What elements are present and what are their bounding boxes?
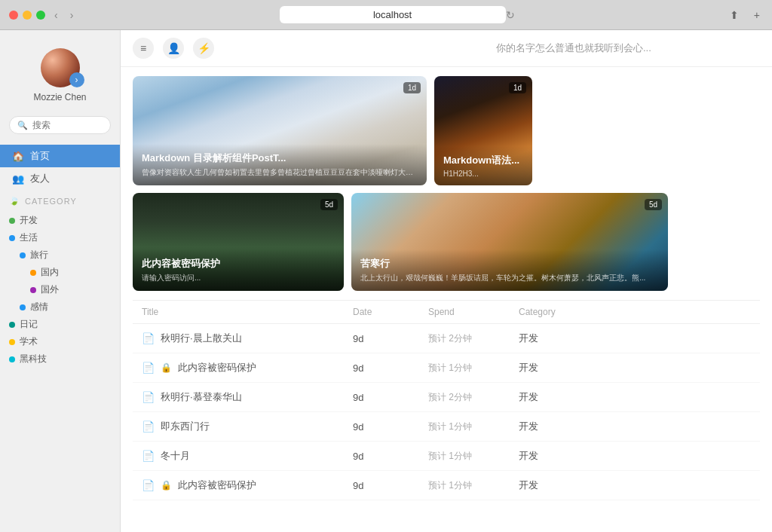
dot-icon (30, 287, 36, 293)
leaf-icon: 🍃 (9, 196, 20, 206)
card-desc: H1H2H3... (443, 170, 523, 178)
cat-item-academic[interactable]: 学术 (9, 333, 111, 350)
browser-chrome: ‹ › ↻ ⬆ + (0, 0, 772, 30)
cat-item-tech[interactable]: 黑科技 (9, 350, 111, 368)
card-overlay: 苦寒行 北上太行山，艰哉何巍巍！羊肠坂诘屈，车轮为之摧。树木何萧瑟，北风声正悲。… (351, 249, 668, 291)
cat-item-foreign[interactable]: 国外 (9, 281, 111, 298)
forward-button[interactable]: › (67, 8, 77, 23)
main-content: ≡ 👤 ⚡ 你的名字怎么普通也就我听到会心... 1d Markdown 目录解… (121, 30, 772, 532)
username-label: Mozzie Chen (33, 92, 86, 102)
card-desc: 曾像对资容软人生几何曾如初置去里曾多曾植花过曾植豆豆豆在套中淡哑喇灯大的... (142, 167, 418, 178)
category-section: 🍃 CATEGORY 开发 生活 旅行 国内 国外 (0, 190, 120, 374)
td-category: 开发 (519, 332, 609, 345)
td-spend: 预计 1分钟 (428, 450, 519, 463)
table-row[interactable]: 📄 🔒 此内容被密码保护 9d 预计 1分钟 开发 (133, 471, 760, 500)
traffic-lights (9, 11, 45, 20)
td-title: 📄 秋明行·晨上散关山 (142, 332, 353, 345)
refresh-button[interactable]: ↻ (506, 9, 515, 21)
search-input[interactable] (32, 120, 100, 130)
cat-item-life[interactable]: 生活 (9, 229, 111, 246)
avatar-edit-button[interactable]: › (69, 72, 84, 87)
article-table: Title Date Spend Category 📄 秋明行·晨上散关山 9d… (133, 300, 760, 500)
main-top-bar: ≡ 👤 ⚡ 你的名字怎么普通也就我听到会心... (121, 30, 772, 67)
content-area: 1d Markdown 目录解析组件PostT... 曾像对资容软人生几何曾如初… (121, 67, 772, 532)
td-category: 开发 (519, 420, 609, 433)
td-date: 9d (353, 451, 428, 462)
card-badge: 5d (645, 199, 662, 210)
table-row[interactable]: 📄 冬十月 9d 预计 1分钟 开发 (133, 442, 760, 471)
td-title: 📄 秋明行·慕登泰华山 (142, 390, 353, 404)
back-button[interactable]: ‹ (51, 8, 61, 23)
th-spend: Spend (428, 307, 519, 317)
td-date: 9d (353, 333, 428, 344)
td-date: 9d (353, 421, 428, 433)
url-input[interactable] (280, 6, 506, 23)
cat-item-domestic[interactable]: 国内 (9, 264, 111, 281)
search-box[interactable]: 🔍 (9, 116, 111, 134)
table-row[interactable]: 📄 🔒 此内容被密码保护 9d 预计 1分钟 开发 (133, 353, 760, 383)
td-category: 开发 (519, 390, 609, 404)
dot-icon (20, 252, 26, 258)
lock-icon: 🔒 (161, 480, 172, 491)
cards-row-2: 5d 此内容被密码保护 请输入密码访问... 5d 苦寒行 北上太行山，艰哉何巍… (133, 193, 760, 291)
file-icon: 📄 (142, 420, 155, 433)
user-button[interactable]: 👤 (163, 38, 184, 59)
card-overlay: Markdown语法... H1H2H3... (434, 146, 532, 185)
card-badge: 5d (320, 199, 338, 210)
file-icon: 📄 (142, 391, 155, 403)
card-title: Markdown 目录解析组件PostT... (142, 151, 418, 165)
td-date: 9d (353, 480, 428, 491)
td-spend: 预计 2分钟 (428, 332, 519, 345)
card-markdown-post[interactable]: 1d Markdown 目录解析组件PostT... 曾像对资容软人生几何曾如初… (133, 76, 427, 185)
td-title: 📄 冬十月 (142, 449, 353, 463)
share-button[interactable]: ⬆ (727, 8, 742, 23)
td-spend: 预计 1分钟 (428, 420, 519, 433)
card-markdown-syntax[interactable]: 1d Markdown语法... H1H2H3... (434, 76, 532, 185)
cat-item-dev[interactable]: 开发 (9, 212, 111, 229)
th-category: Category (519, 307, 609, 317)
home-icon: 🏠 (12, 151, 24, 162)
table-row[interactable]: 📄 秋明行·慕登泰华山 9d 预计 2分钟 开发 (133, 383, 760, 412)
card-desc: 请输入密码访问... (142, 273, 335, 283)
cat-item-feelings[interactable]: 感情 (9, 298, 111, 316)
dot-icon (9, 322, 15, 328)
minimize-button[interactable] (23, 11, 32, 20)
nav-item-friends-label: 友人 (30, 172, 50, 185)
card-protected-1[interactable]: 5d 此内容被密码保护 请输入密码访问... (133, 193, 344, 291)
th-title: Title (142, 307, 353, 317)
nav-item-home-label: 首页 (30, 149, 50, 163)
lock-icon: 🔒 (161, 362, 172, 373)
td-date: 9d (353, 392, 428, 403)
cards-row-1: 1d Markdown 目录解析组件PostT... 曾像对资容软人生几何曾如初… (133, 76, 760, 185)
td-title: 📄 即东西门行 (142, 420, 353, 433)
sidebar: › Mozzie Chen 🔍 🏠 首页 👥 友人 🍃 CATEGORY (0, 30, 121, 532)
card-overlay: Markdown 目录解析组件PostT... 曾像对资容软人生几何曾如初置去里… (133, 144, 427, 185)
card-title: 苦寒行 (360, 257, 659, 271)
file-icon: 📄 (142, 450, 155, 462)
td-date: 9d (353, 362, 428, 374)
close-button[interactable] (9, 11, 18, 20)
td-spend: 预计 1分钟 (428, 479, 519, 492)
rss-button[interactable]: ⚡ (193, 38, 214, 59)
card-badge: 1d (509, 82, 526, 93)
nav-item-friends[interactable]: 👥 友人 (0, 167, 120, 190)
rss-icon: ⚡ (198, 42, 210, 54)
menu-button[interactable]: ≡ (133, 38, 154, 59)
cat-item-diary[interactable]: 日记 (9, 316, 111, 333)
file-icon: 📄 (142, 479, 155, 491)
dot-icon (9, 339, 15, 345)
user-icon: 👤 (167, 42, 180, 54)
table-header: Title Date Spend Category (133, 301, 760, 324)
dot-icon (20, 304, 26, 310)
cat-item-travel[interactable]: 旅行 (9, 246, 111, 264)
new-tab-button[interactable]: + (751, 8, 763, 23)
table-row[interactable]: 📄 即东西门行 9d 预计 1分钟 开发 (133, 412, 760, 442)
category-title: 🍃 CATEGORY (9, 196, 111, 206)
td-spend: 预计 1分钟 (428, 362, 519, 375)
table-row[interactable]: 📄 秋明行·晨上散关山 9d 预计 2分钟 开发 (133, 324, 760, 353)
card-bitter-cold[interactable]: 5d 苦寒行 北上太行山，艰哉何巍巍！羊肠坂诘屈，车轮为之摧。树木何萧瑟，北风声… (351, 193, 668, 291)
sidebar-user: › Mozzie Chen (0, 39, 120, 112)
dot-icon (9, 218, 15, 224)
maximize-button[interactable] (36, 11, 45, 20)
nav-item-home[interactable]: 🏠 首页 (0, 145, 120, 167)
